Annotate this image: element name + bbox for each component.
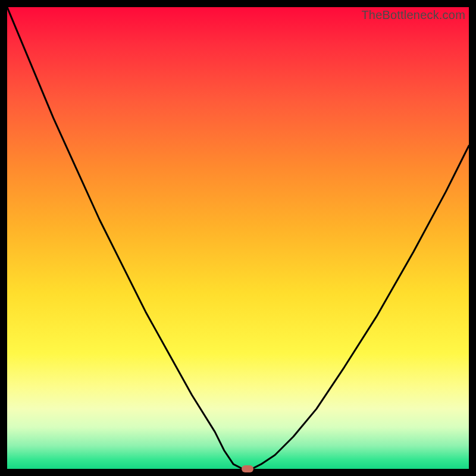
curve-svg xyxy=(7,7,469,469)
plot-area: TheBottleneck.com xyxy=(7,7,469,469)
optimal-marker xyxy=(242,465,253,472)
bottleneck-curve xyxy=(7,7,469,469)
chart-frame: TheBottleneck.com xyxy=(0,0,476,476)
